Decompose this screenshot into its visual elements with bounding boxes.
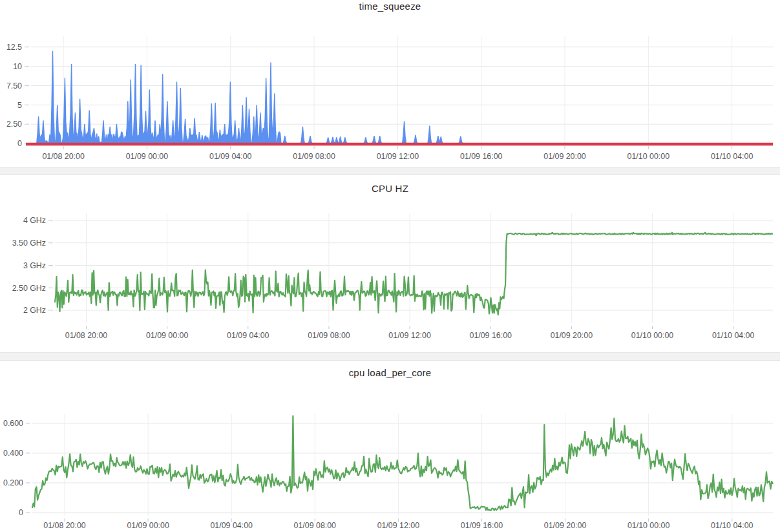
x-tick-label: 01/09 00:00 [127,521,169,530]
x-tick-label: 01/08 20:00 [43,521,86,530]
cpu-load-per-core-chart-canvas[interactable]: 00.2000.4000.60001/08 20:0001/09 00:0001… [0,361,780,532]
y-tick-label: 10 [13,62,22,71]
x-tick-label: 01/10 00:00 [627,521,670,530]
x-tick-label: 01/10 04:00 [711,152,754,161]
x-tick-label: 01/09 08:00 [294,521,337,530]
x-tick-label: 01/09 04:00 [210,521,253,530]
x-tick-label: 01/09 12:00 [388,331,431,340]
cpu-hz-chart-canvas[interactable]: 2 GHz2.50 GHz3 GHz3.50 GHz4 GHz01/08 20:… [0,175,780,352]
time-squeeze-chart-canvas[interactable]: 02.5057.501012.501/08 20:0001/09 00:0001… [0,0,780,167]
x-tick-label: 01/09 20:00 [551,331,593,340]
y-tick-label: 0.600 [3,419,23,428]
cpu-hz-title: CPU HZ [0,183,780,194]
y-tick-label: 2.50 GHz [12,284,46,293]
y-tick-label: 0 [19,508,23,517]
x-tick-label: 01/09 00:00 [126,152,169,161]
y-tick-label: 3.50 GHz [12,239,46,248]
x-tick-label: 01/09 16:00 [461,521,503,530]
x-tick-label: 01/10 00:00 [627,152,670,161]
y-tick-label: 4 GHz [23,216,46,225]
x-tick-label: 01/08 20:00 [65,331,108,340]
cpu-load-per-core-title: cpu load_per_core [0,367,780,378]
x-tick-label: 01/10 04:00 [711,521,754,530]
x-tick-label: 01/09 08:00 [308,331,350,340]
y-tick-label: 5 [17,101,22,110]
panel-divider [0,352,780,361]
chart-panel-cpu-hz: 2 GHz2.50 GHz3 GHz3.50 GHz4 GHz01/08 20:… [0,175,780,352]
x-tick-label: 01/09 16:00 [469,331,512,340]
panel-divider [0,167,780,175]
y-tick-label: 12.5 [6,43,22,52]
x-tick-label: 01/09 00:00 [146,331,189,340]
x-tick-label: 01/08 20:00 [42,152,85,161]
x-tick-label: 01/09 04:00 [227,331,269,340]
x-tick-label: 01/10 00:00 [631,331,674,340]
x-tick-label: 01/09 08:00 [293,152,335,161]
x-tick-label: 01/09 16:00 [460,152,503,161]
x-tick-label: 01/09 12:00 [377,521,420,530]
plot-area[interactable] [31,36,773,144]
y-tick-label: 7.50 [6,81,22,90]
y-tick-label: 0.200 [3,478,23,487]
time-squeeze-title: time_squeeze [0,1,780,12]
x-tick-label: 01/10 04:00 [712,331,755,340]
x-tick-label: 01/09 04:00 [209,152,252,161]
chart-panel-cpu-load-per-core: 00.2000.4000.60001/08 20:0001/09 00:0001… [0,361,780,532]
y-tick-label: 2 GHz [23,306,46,315]
plot-area[interactable] [32,414,773,516]
y-tick-label: 2.50 [6,120,22,129]
y-tick-label: 3 GHz [23,261,46,270]
x-tick-label: 01/09 20:00 [544,521,587,530]
x-tick-label: 01/09 20:00 [543,152,586,161]
y-tick-label: 0.400 [3,449,23,458]
plot-area[interactable] [55,213,773,323]
chart-panel-time-squeeze: 02.5057.501012.501/08 20:0001/09 00:0001… [0,0,780,167]
x-tick-label: 01/09 12:00 [377,152,419,161]
y-tick-label: 0 [17,139,22,148]
